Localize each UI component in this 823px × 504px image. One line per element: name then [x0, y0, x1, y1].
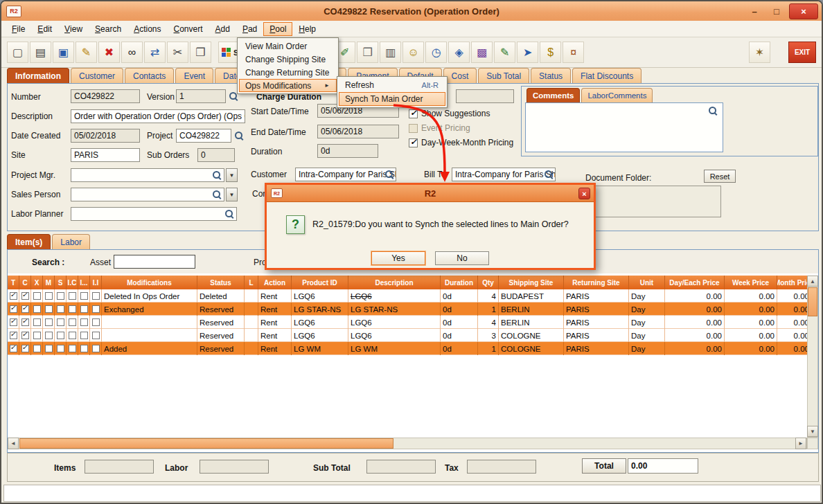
date-created-field[interactable]: 05/02/2018	[71, 129, 140, 143]
row-checkbox-cell[interactable]	[31, 289, 43, 303]
dialog-close-button[interactable]: ×	[578, 188, 590, 199]
row-checkbox-cell[interactable]	[67, 329, 78, 342]
row-checkbox-cell[interactable]	[67, 342, 78, 355]
tab[interactable]: Contacts	[125, 68, 174, 83]
row-checkbox-cell[interactable]	[19, 329, 31, 342]
menu-item[interactable]: Search	[89, 22, 127, 36]
asset-input[interactable]	[114, 255, 195, 269]
menu-item[interactable]: Pool	[263, 22, 292, 36]
items-tab[interactable]: Item(s)	[7, 234, 51, 249]
column-header[interactable]: Product ID	[292, 276, 348, 289]
row-checkbox-cell[interactable]	[31, 303, 43, 316]
search-binoculars-icon[interactable]: ∞	[121, 42, 143, 63]
row-checkbox-cell[interactable]	[8, 316, 19, 329]
wand-button[interactable]: ✶	[749, 42, 770, 63]
copies-icon[interactable]: ❒	[357, 42, 378, 63]
submenu-item[interactable]: Refresh Alt-R	[339, 78, 445, 92]
row-checkbox-cell[interactable]	[55, 289, 67, 303]
column-header[interactable]: I.C	[67, 276, 78, 289]
menu-item[interactable]: Convert	[168, 22, 209, 36]
print-list-icon[interactable]: ▥	[380, 42, 401, 63]
scroll-right-button[interactable]: ►	[795, 438, 806, 449]
row-checkbox-cell[interactable]	[67, 303, 78, 316]
row-checkbox-cell[interactable]	[43, 342, 55, 355]
right-top-field[interactable]	[456, 89, 514, 103]
table-row[interactable]: Reserved Rent LGQ6 LGQ6 0d 3 COLOGNE PAR…	[8, 329, 807, 342]
row-checkbox-cell[interactable]	[78, 303, 90, 316]
key-icon[interactable]: ➤	[517, 42, 538, 63]
pool-menu-item[interactable]: Ops Modifications ►	[239, 79, 337, 92]
project-mgr-field[interactable]	[71, 168, 224, 182]
row-checkbox-cell[interactable]	[55, 303, 67, 316]
sub-orders-field[interactable]: 0	[197, 148, 235, 162]
menu-item[interactable]: Help	[292, 22, 322, 36]
pool-menu-item[interactable]: Change Returning Site	[239, 66, 337, 79]
row-checkbox-cell[interactable]	[43, 329, 55, 342]
project-search-icon[interactable]	[234, 131, 244, 141]
option-checkbox-row[interactable]: Event Pricing	[409, 123, 513, 133]
row-checkbox-cell[interactable]	[43, 316, 55, 329]
version-field[interactable]: 1	[176, 89, 226, 103]
duration-field[interactable]: 0d	[317, 144, 378, 158]
comments-search-icon[interactable]	[708, 106, 718, 116]
description-field[interactable]: Order with Operation Order (Ops Order) (…	[71, 109, 245, 123]
column-header[interactable]: Duration	[441, 276, 478, 289]
row-checkbox-cell[interactable]	[8, 303, 19, 316]
minimize-button[interactable]: –	[745, 4, 764, 19]
scroll-up-button[interactable]: ▲	[807, 276, 818, 287]
row-checkbox-cell[interactable]	[43, 289, 55, 303]
close-button[interactable]: ×	[789, 3, 818, 19]
reset-button[interactable]: Reset	[704, 170, 736, 183]
column-header[interactable]: Action	[258, 276, 292, 289]
row-checkbox-cell[interactable]	[8, 289, 19, 303]
exit-button[interactable]: EXIT	[788, 42, 816, 63]
customer-money-icon[interactable]: ¤	[563, 42, 584, 63]
convert-icon[interactable]: ⇄	[144, 42, 166, 63]
row-checkbox-cell[interactable]	[31, 316, 43, 329]
save-all-icon[interactable]: ◈	[448, 42, 470, 63]
row-checkbox-cell[interactable]	[19, 303, 31, 316]
row-checkbox-cell[interactable]	[78, 289, 90, 303]
row-checkbox-cell[interactable]	[31, 342, 43, 355]
money-icon[interactable]: $	[540, 42, 561, 63]
column-header[interactable]: M	[43, 276, 55, 289]
menu-item[interactable]: Pad	[236, 22, 263, 36]
row-checkbox-cell[interactable]	[8, 329, 19, 342]
row-checkbox-cell[interactable]	[19, 289, 31, 303]
column-header[interactable]: X	[31, 276, 43, 289]
menu-item[interactable]: Add	[209, 22, 236, 36]
bill-to-search-icon[interactable]	[544, 170, 554, 179]
bill-to-field[interactable]: Intra-Company for Paris Sh	[452, 168, 556, 181]
row-checkbox-cell[interactable]	[90, 316, 102, 329]
row-checkbox-cell[interactable]	[55, 329, 67, 342]
tab[interactable]: Information	[7, 68, 69, 83]
note-icon[interactable]: ✎	[494, 42, 515, 63]
column-header[interactable]: S	[55, 276, 67, 289]
comments-tab[interactable]: Comments	[526, 88, 580, 102]
copy-icon[interactable]: ❐	[190, 42, 211, 63]
sales-person-field[interactable]	[71, 188, 224, 201]
row-checkbox-cell[interactable]	[67, 289, 78, 303]
row-checkbox-cell[interactable]	[78, 342, 90, 355]
menu-item[interactable]: View	[58, 22, 89, 36]
sales-person-search-icon[interactable]	[212, 190, 222, 199]
row-checkbox-cell[interactable]	[90, 342, 102, 355]
row-checkbox-cell[interactable]	[78, 329, 90, 342]
column-header[interactable]: L	[245, 276, 258, 289]
no-button[interactable]: No	[435, 251, 489, 265]
column-header[interactable]: Unit	[629, 276, 665, 289]
number-field[interactable]: CO429822	[71, 89, 140, 103]
column-header[interactable]: Week Price	[725, 276, 777, 289]
column-header[interactable]: Shipping Site	[499, 276, 564, 289]
column-header[interactable]: Day/Each Price	[665, 276, 725, 289]
labor-planner-search-icon[interactable]	[224, 209, 234, 219]
project-mgr-dropdown[interactable]: ▼	[226, 168, 238, 182]
labor-planner-field[interactable]	[71, 207, 237, 221]
column-header[interactable]: Qty	[478, 276, 499, 289]
column-header[interactable]: I.I	[90, 276, 102, 289]
customer-field[interactable]: Intra-Company for Paris Sh	[295, 168, 396, 181]
menu-item[interactable]: Actions	[127, 22, 167, 36]
comments-tab[interactable]: LaborComments	[581, 88, 653, 102]
menu-item[interactable]: File	[6, 22, 31, 36]
scroll-left-button[interactable]: ◄	[8, 438, 19, 449]
